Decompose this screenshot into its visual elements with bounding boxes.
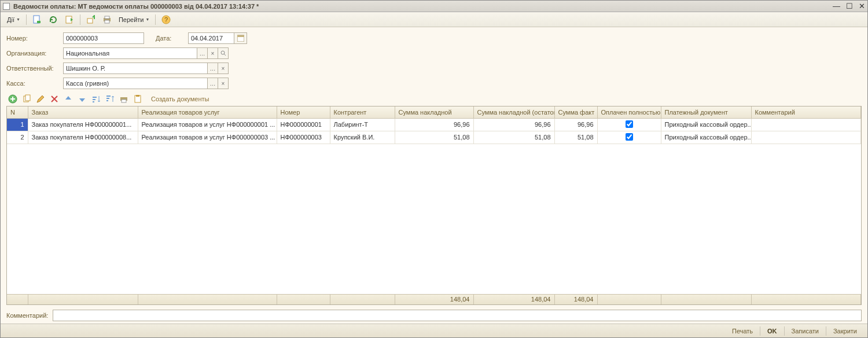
printer-icon	[102, 15, 112, 24]
clipboard-button[interactable]	[131, 93, 144, 105]
cell-pay-doc[interactable]: Приходный кассовый ордер...	[661, 118, 751, 131]
create-documents-button[interactable]: Создать документы	[151, 95, 209, 102]
actions-menu[interactable]: Дії ▼	[4, 13, 23, 26]
col-sum-invoice[interactable]: Сумма накладной	[395, 106, 473, 118]
toolbar-separator	[155, 14, 156, 25]
responsible-input[interactable]	[63, 63, 208, 74]
cell-order[interactable]: Заказ покупателя НФ000000001...	[28, 118, 138, 131]
clear-button[interactable]: ×	[218, 63, 229, 74]
cell-n[interactable]: 2	[7, 131, 28, 144]
file-plus-icon	[32, 15, 42, 24]
help-button[interactable]: ?	[159, 13, 174, 26]
app-window: Ведомости оплаты: МТ ведомости оплаты 00…	[0, 0, 868, 338]
col-comment[interactable]: Комментарий	[751, 106, 861, 118]
cell-sum-invoice[interactable]: 51,08	[395, 131, 473, 144]
col-order[interactable]: Заказ	[28, 106, 138, 118]
clear-button[interactable]: ×	[208, 47, 218, 59]
title-bar: Ведомости оплаты: МТ ведомости оплаты 00…	[1, 1, 867, 12]
refresh-button[interactable]	[46, 13, 61, 26]
close-form-button[interactable]: Закрити	[827, 326, 863, 336]
total-sum-rest: 148,04	[473, 294, 554, 304]
paid-checkbox[interactable]	[626, 120, 633, 128]
cell-counterparty[interactable]: Крупский В.И.	[330, 131, 395, 144]
cell-number[interactable]: НФ000000001	[277, 118, 330, 131]
save-button[interactable]: Записати	[786, 326, 825, 336]
col-counterparty[interactable]: Контрагент	[330, 106, 395, 118]
close-button[interactable]: ✕	[859, 2, 865, 10]
sort-desc-button[interactable]	[104, 93, 116, 105]
cell-paid[interactable]	[597, 118, 661, 131]
cell-number[interactable]: НФ000000003	[277, 131, 330, 144]
date-input[interactable]	[188, 32, 234, 44]
move-up-button[interactable]	[62, 93, 75, 105]
row-toolbar: Создать документы	[1, 92, 867, 106]
cell-realization[interactable]: Реализация товаров и услуг НФ000000003 .…	[138, 131, 277, 144]
print-button-icon[interactable]	[100, 13, 115, 26]
col-realization[interactable]: Реализация товаров услуг	[138, 106, 277, 118]
cell-sum-fact[interactable]: 96,96	[554, 118, 597, 131]
svg-rect-17	[122, 100, 126, 102]
select-button[interactable]: …	[208, 63, 218, 74]
cell-order[interactable]: Заказ покупателя НФ000000008...	[28, 131, 138, 144]
paid-checkbox[interactable]	[626, 133, 633, 141]
cell-comment[interactable]	[751, 131, 861, 144]
maximize-button[interactable]: ☐	[846, 2, 853, 10]
move-down-button[interactable]	[76, 93, 89, 105]
cell-pay-doc[interactable]: Приходный кассовый ордер...	[661, 131, 751, 144]
print-table-button[interactable]	[117, 93, 130, 105]
refresh-icon	[49, 15, 58, 24]
arrow-down-icon	[78, 94, 87, 104]
cell-sum-invoice[interactable]: 96,96	[395, 118, 473, 131]
post-doc-button[interactable]	[62, 13, 77, 26]
comment-input[interactable]	[53, 310, 862, 321]
cash-label: Касса:	[6, 80, 60, 87]
goto-menu[interactable]: Перейти ▼	[116, 13, 153, 26]
calendar-icon	[237, 35, 244, 42]
col-paid-full[interactable]: Оплачен полностью	[597, 106, 661, 118]
cell-counterparty[interactable]: Лабиринт-Т	[330, 118, 395, 131]
ok-button[interactable]: OK	[762, 326, 783, 336]
edit-row-button[interactable]	[34, 93, 47, 105]
col-number[interactable]: Номер	[277, 106, 330, 118]
new-doc-button[interactable]	[30, 13, 45, 26]
open-button[interactable]	[218, 47, 229, 59]
clear-button[interactable]: ×	[218, 78, 229, 89]
svg-line-12	[224, 54, 226, 56]
cell-sum-rest[interactable]: 51,08	[473, 131, 554, 144]
form-area: Номер: Дата: Организация: … ×	[1, 27, 867, 92]
add-row-button[interactable]	[6, 93, 19, 105]
number-input[interactable]	[63, 32, 144, 44]
comment-label: Комментарий:	[6, 312, 48, 319]
sort-asc-button[interactable]	[90, 93, 102, 105]
main-toolbar: Дії ▼ Перейти ▼ ?	[1, 12, 867, 27]
svg-rect-6	[105, 20, 109, 23]
copy-icon	[22, 94, 31, 104]
cell-n[interactable]: 1	[7, 118, 28, 131]
organization-input[interactable]	[63, 47, 197, 59]
col-n[interactable]: N	[7, 106, 28, 118]
cell-realization[interactable]: Реализация товаров и услуг НФ000000001 .…	[138, 118, 277, 131]
delete-row-button[interactable]	[48, 93, 61, 105]
structure-button[interactable]	[83, 13, 98, 26]
table-footer: 148,04 148,04 148,04	[7, 294, 861, 305]
table-row[interactable]: 2Заказ покупателя НФ000000008...Реализац…	[7, 131, 861, 144]
col-pay-doc[interactable]: Платежный документ	[661, 106, 751, 118]
comment-row: Комментарий:	[1, 305, 867, 324]
minimize-button[interactable]: —	[833, 2, 840, 10]
col-sum-fact[interactable]: Сумма факт	[554, 106, 597, 118]
cell-sum-rest[interactable]: 96,96	[473, 118, 554, 131]
cash-input[interactable]	[63, 78, 208, 89]
cell-comment[interactable]	[751, 118, 861, 131]
sort-desc-icon	[105, 94, 115, 104]
select-button[interactable]: …	[208, 78, 218, 89]
table-empty-area[interactable]	[7, 144, 861, 294]
separator	[784, 326, 785, 336]
col-sum-rest[interactable]: Сумма накладной (остаток)	[473, 106, 554, 118]
table-row[interactable]: 1Заказ покупателя НФ000000001...Реализац…	[7, 118, 861, 131]
select-button[interactable]: …	[197, 47, 208, 59]
print-button[interactable]: Печать	[726, 326, 759, 336]
copy-row-button[interactable]	[20, 93, 33, 105]
cell-paid[interactable]	[597, 131, 661, 144]
cell-sum-fact[interactable]: 51,08	[554, 131, 597, 144]
calendar-button[interactable]	[234, 32, 247, 44]
